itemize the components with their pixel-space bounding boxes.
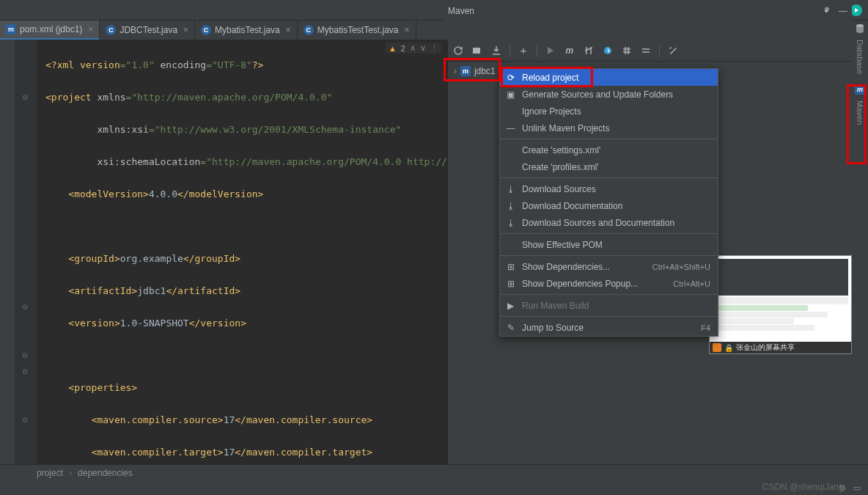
editor-tabs: m pom.xml (jdbc1) × C JDBCTest.java × C … (0, 21, 868, 40)
warning-icon: ▲ (389, 44, 397, 53)
graph-icon: ⊞ (505, 279, 516, 289)
pencil-icon: ✎ (505, 323, 516, 333)
menu-item-create-profiles[interactable]: Create 'profiles.xml' (500, 158, 718, 175)
more-icon[interactable]: ⋮ (430, 43, 438, 53)
java-class-icon: C (106, 25, 116, 35)
editor: ▲ 2 ∧ ∨ ⋮ ⊖ ⊖⊖⊖ ⊖⊖ ⊖⊖ <?xml version="1.0… (15, 40, 447, 464)
tab-label: MybatisTestTest.java (317, 25, 399, 35)
left-gutter-strip (0, 40, 15, 464)
tab-jdbctest[interactable]: C JDBCTest.java × (100, 21, 195, 40)
maven-context-menu: ⟳Reload project ▣Generate Sources and Up… (499, 68, 718, 337)
breadcrumb-item[interactable]: project (37, 468, 63, 478)
database-tab[interactable]: Database (854, 34, 866, 80)
project-name: jdbc1 (474, 66, 496, 76)
offline-icon[interactable] (602, 45, 614, 56)
menu-separator (500, 233, 718, 234)
menu-item-unlink-projects[interactable]: —Unlink Maven Projects (500, 120, 718, 136)
memory-indicator[interactable]: ▭ (853, 483, 861, 493)
code-content[interactable]: <?xml version="1.0" encoding="UTF-8"?> <… (37, 40, 447, 464)
close-icon[interactable]: × (183, 25, 188, 35)
download-icon[interactable] (490, 45, 502, 56)
tab-pom-xml[interactable]: m pom.xml (jdbc1) × (0, 21, 100, 40)
database-icon (855, 23, 865, 34)
menu-item-download-docs[interactable]: ⭳Download Documentation (500, 197, 718, 214)
collapse-icon[interactable] (621, 45, 633, 56)
chevron-up-icon[interactable]: ∧ (410, 43, 416, 53)
maven-tab[interactable]: Maven (854, 95, 866, 131)
code-editor[interactable]: ⊖ ⊖⊖⊖ ⊖⊖ ⊖⊖ <?xml version="1.0" encoding… (15, 40, 447, 464)
graph-icon: ⊞ (505, 262, 516, 272)
gear-icon[interactable] (821, 6, 831, 16)
minus-icon: — (505, 123, 516, 133)
maven-toolbar: + m (448, 40, 868, 62)
menu-item-reload-project[interactable]: ⟳Reload project (500, 69, 718, 86)
inspection-widget[interactable]: ▲ 2 ∧ ∨ ⋮ (386, 43, 441, 54)
watermark: CSDN @shenqiJang. (762, 482, 846, 492)
svg-rect-4 (473, 48, 480, 54)
m-icon[interactable]: m (564, 45, 575, 56)
download-icon: ⭳ (505, 218, 516, 228)
close-icon[interactable]: × (286, 25, 291, 35)
main-area: ▲ 2 ∧ ∨ ⋮ ⊖ ⊖⊖⊖ ⊖⊖ ⊖⊖ <?xml version="1.0… (0, 40, 868, 464)
java-class-icon: C (201, 25, 211, 35)
share-label: 张金山的屏幕共享 (736, 342, 795, 353)
close-icon[interactable]: × (405, 25, 410, 35)
menu-separator (500, 177, 718, 178)
screen-share-thumbnail[interactable]: 🔒 张金山的屏幕共享 (709, 255, 852, 354)
share-caption-bar: 🔒 张金山的屏幕共享 (710, 342, 851, 353)
run-icon[interactable] (545, 45, 556, 56)
add-icon[interactable]: + (518, 45, 529, 56)
menu-separator (500, 316, 718, 317)
breadcrumb-item[interactable]: dependencies (78, 468, 133, 478)
close-icon[interactable]: × (88, 24, 93, 34)
breadcrumb-separator: › (69, 468, 72, 478)
expand-icon[interactable] (640, 45, 652, 56)
menu-item-download-sources[interactable]: ⭳Download Sources (500, 180, 718, 197)
menu-item-effective-pom[interactable]: Show Effective POM (500, 236, 718, 253)
breadcrumb-bar: project › dependencies (0, 464, 868, 480)
maven-panel-title: Maven (448, 6, 474, 16)
maven-icon: m (855, 84, 865, 95)
folder-gear-icon: ▣ (505, 89, 516, 100)
svg-point-6 (856, 24, 864, 27)
avatar-icon (713, 343, 721, 352)
menu-separator (500, 255, 718, 256)
right-tool-strip: Database m Maven (852, 21, 868, 464)
tab-mybatistesttest[interactable]: C MybatisTestTest.java × (298, 21, 416, 40)
reload-icon[interactable] (452, 45, 464, 56)
reload-icon: ⟳ (505, 73, 516, 83)
menu-item-show-deps-popup[interactable]: ⊞Show Dependencies Popup...Ctrl+Alt+U (500, 275, 718, 292)
menu-item-create-settings[interactable]: Create 'settings.xml' (500, 142, 718, 158)
menu-item-jump-source[interactable]: ✎Jump to SourceF4 (500, 319, 718, 336)
chevron-down-icon[interactable]: ∨ (420, 43, 426, 53)
menu-item-ignore-projects[interactable]: Ignore Projects (500, 103, 718, 120)
menu-separator (500, 139, 718, 139)
separator (659, 44, 660, 57)
maven-file-icon: m (6, 24, 16, 34)
skip-tests-icon[interactable] (583, 45, 595, 56)
download-icon: ⭳ (505, 201, 516, 211)
tab-label: pom.xml (jdbc1) (20, 24, 82, 34)
minimize-icon[interactable]: — (839, 6, 847, 16)
generate-folders-icon[interactable] (471, 45, 483, 56)
menu-item-show-deps[interactable]: ⊞Show Dependencies...Ctrl+Alt+Shift+U (500, 258, 718, 275)
expand-arrow-icon[interactable]: › (454, 66, 457, 76)
java-class-icon: C (304, 25, 314, 35)
tab-mybatistest[interactable]: C MybatisTest.java × (195, 21, 298, 40)
separator (510, 44, 510, 57)
maven-module-icon: m (460, 66, 471, 76)
download-icon: ⭳ (505, 184, 516, 194)
settings-icon[interactable] (667, 45, 679, 56)
gutter: ⊖ ⊖⊖⊖ ⊖⊖ ⊖⊖ (15, 40, 37, 464)
codewithme-icon[interactable] (850, 4, 862, 16)
lock-icon: 🔒 (724, 344, 733, 352)
separator (537, 44, 537, 57)
menu-item-download-both[interactable]: ⭳Download Sources and Documentation (500, 214, 718, 231)
tab-label: JDBCTest.java (119, 25, 177, 35)
menu-separator (500, 294, 718, 295)
tab-label: MybatisTest.java (215, 25, 280, 35)
play-icon: ▶ (505, 301, 516, 311)
menu-item-run-maven: ▶Run Maven Build (500, 297, 718, 314)
warning-count: 2 (401, 44, 405, 53)
menu-item-generate-sources[interactable]: ▣Generate Sources and Update Folders (500, 86, 718, 103)
